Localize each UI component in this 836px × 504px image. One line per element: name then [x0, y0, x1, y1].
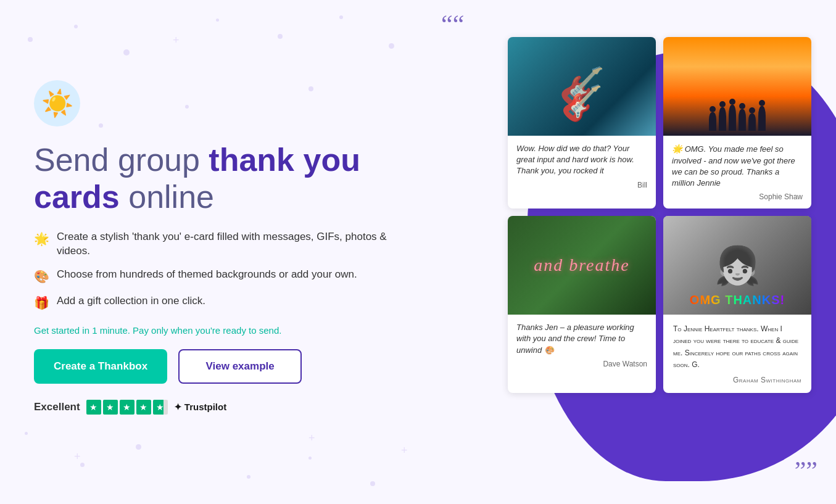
card-breathe: and breathe Thanks Jen – a pleasure work…: [508, 216, 656, 393]
card-guitarist-body: Wow. How did we do that? Your great inpu…: [508, 136, 656, 197]
card-guitarist: 🎸 Wow. How did we do that? Your great in…: [508, 37, 656, 209]
star-5: ★: [153, 400, 168, 415]
right-panel: 🎸 Wow. How did we do that? Your great in…: [416, 19, 836, 393]
feature-icon-3: 🎁: [34, 294, 49, 312]
card-omg-author: Graham Swithingham: [673, 376, 801, 384]
card-silhouette-body: 🌟 OMG. You made me feel so involved - an…: [663, 136, 811, 209]
card-breathe-body: Thanks Jen – a pleasure working with you…: [508, 315, 656, 376]
card-guitarist-author: Bill: [516, 181, 647, 189]
star-2: ★: [103, 400, 118, 415]
decoration-quotes-bottom: ””: [795, 456, 817, 485]
view-example-button[interactable]: View example: [178, 349, 302, 384]
card-breathe-image: and breathe: [508, 216, 656, 315]
card-silhouette-image: [663, 37, 811, 136]
card-guitarist-image: 🎸: [508, 37, 656, 136]
trustpilot-label: Excellent: [34, 401, 80, 413]
person-6: [758, 106, 766, 131]
card-silhouette: 🌟 OMG. You made me feel so involved - an…: [663, 37, 811, 209]
card-guitarist-message: Wow. How did we do that? Your great inpu…: [516, 143, 647, 177]
create-thankbox-button[interactable]: Create a Thankbox: [34, 349, 167, 384]
trustpilot-row: Excellent ★ ★ ★ ★ ★ ✦ Trustpilot: [34, 400, 416, 415]
star-4: ★: [136, 400, 151, 415]
feature-item-1: 🌟 Create a stylish 'thank you' e-card fi…: [34, 229, 416, 259]
card-omg-message: To Jennie Heartfelt thanks. When I joine…: [673, 323, 801, 371]
card-breathe-author: Dave Watson: [516, 360, 647, 368]
decoration-quotes-top: ““: [441, 9, 464, 39]
person-1: [709, 112, 716, 131]
cta-buttons: Create a Thankbox View example: [34, 349, 416, 384]
card-omg-image: 👧 OMG THANKS!: [663, 216, 811, 315]
card-breathe-message: Thanks Jen – a pleasure working with you…: [516, 322, 647, 356]
card-omg: 👧 OMG THANKS! To Jennie Heartfelt thanks…: [663, 216, 811, 393]
trustpilot-logo: ✦ Trustpilot: [174, 402, 227, 413]
person-3: [729, 105, 736, 131]
sun-logo: ☀️: [34, 80, 80, 126]
star-3: ★: [120, 400, 135, 415]
star-1: ★: [86, 400, 101, 415]
trustpilot-stars: ★ ★ ★ ★ ★: [86, 400, 168, 415]
feature-item-3: 🎁 Add a gift collection in one click.: [34, 294, 416, 312]
cta-subtitle: Get started in 1 minute. Pay only when y…: [34, 325, 416, 336]
card-omg-body: To Jennie Heartfelt thanks. When I joine…: [663, 315, 811, 393]
features-list: 🌟 Create a stylish 'thank you' e-card fi…: [34, 229, 416, 312]
silhouette-people: [709, 105, 766, 131]
person-5: [748, 114, 756, 131]
person-4: [739, 109, 746, 131]
cards-grid: 🎸 Wow. How did we do that? Your great in…: [508, 19, 836, 393]
guitarist-emoji: 🎸: [561, 83, 603, 123]
feature-icon-2: 🎨: [34, 268, 49, 285]
feature-icon-1: 🌟: [34, 230, 49, 247]
logo-container: ☀️: [34, 80, 89, 136]
left-panel: ☀️ Send group thank you cards online 🌟 C…: [34, 80, 416, 415]
person-2: [719, 107, 726, 131]
hero-title: Send group thank you cards online: [34, 142, 416, 216]
card-silhouette-message: 🌟 OMG. You made me feel so involved - an…: [672, 143, 803, 189]
card-silhouette-author: Sophie Shaw: [672, 192, 803, 201]
child-emoji: 👧: [714, 244, 761, 287]
omg-child-container: 👧 OMG THANKS!: [663, 216, 811, 315]
omg-text-overlay: OMG THANKS!: [690, 293, 785, 307]
feature-item-2: 🎨 Choose from hundreds of themed backgro…: [34, 267, 416, 285]
